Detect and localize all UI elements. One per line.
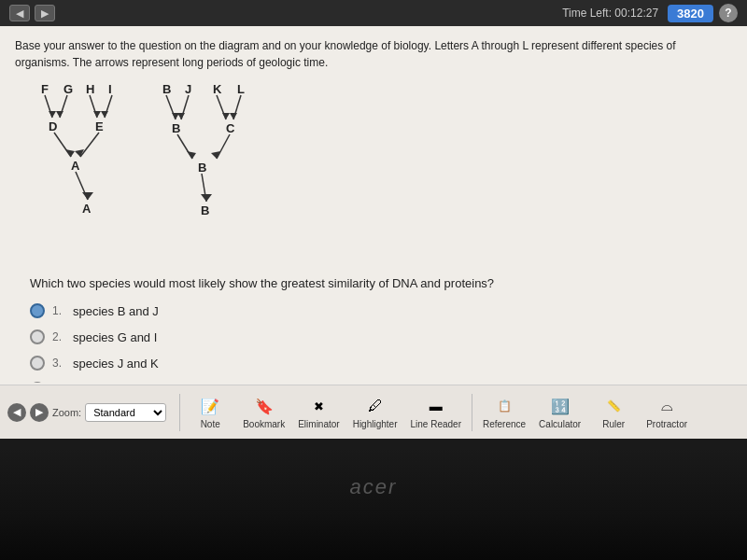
eliminator-icon: ✖: [305, 395, 331, 417]
reference-icon: 📋: [491, 395, 517, 417]
svg-marker-11: [56, 111, 63, 118]
zoom-label: Zoom:: [52, 407, 81, 418]
svg-marker-15: [101, 111, 108, 118]
choice-text-3: species J and K: [73, 357, 159, 371]
phylogenetic-tree: F G H I B J K L: [24, 80, 342, 267]
choice-4[interactable]: 4. species F and L: [30, 382, 717, 383]
svg-marker-42: [201, 194, 212, 202]
protractor-icon: ⌓: [654, 395, 680, 417]
ruler-label: Ruler: [602, 419, 625, 429]
bookmark-button[interactable]: 🔖 Bookmark: [238, 392, 289, 432]
bottom-toolbar: ◀ ▶ Zoom: Standard Large Extra Large 📝 N…: [0, 385, 747, 439]
protractor-label: Protractor: [646, 419, 687, 429]
svg-text:A: A: [82, 202, 92, 216]
toolbar-divider-1: [179, 394, 180, 431]
svg-text:H: H: [86, 82, 94, 96]
instructions-text: Base your answer to the question on the …: [15, 37, 732, 71]
forward-button[interactable]: ▶: [35, 5, 55, 21]
svg-text:B: B: [201, 203, 209, 217]
main-content: Base your answer to the question on the …: [0, 26, 747, 383]
svg-marker-25: [230, 113, 237, 119]
line-reader-icon: ▬: [423, 395, 449, 417]
svg-text:L: L: [237, 82, 245, 96]
highlighter-button[interactable]: 🖊 Highlighter: [348, 392, 402, 432]
choice-number-3: 3.: [52, 357, 67, 370]
choice-number-1: 1.: [52, 304, 67, 317]
svg-marker-39: [82, 192, 93, 200]
zoom-area: ◀ ▶ Zoom: Standard Large Extra Large: [7, 403, 166, 422]
ruler-icon: 📏: [600, 395, 627, 417]
reference-label: Reference: [483, 419, 526, 429]
line-reader-label: Line Reader: [410, 419, 460, 429]
line-reader-button[interactable]: ▬ Line Reader: [405, 392, 465, 432]
svg-text:G: G: [63, 82, 73, 96]
svg-text:C: C: [226, 121, 235, 135]
svg-text:K: K: [213, 82, 222, 96]
choice-text-4: species F and L: [73, 383, 159, 384]
note-label: Note: [201, 419, 220, 429]
calculator-icon: 🔢: [547, 395, 573, 417]
zoom-back-button[interactable]: ◀: [7, 403, 26, 422]
svg-marker-13: [93, 111, 101, 118]
toolbar-divider-2: [472, 394, 472, 431]
bookmark-icon: 🔖: [251, 395, 277, 417]
help-button[interactable]: ?: [719, 4, 738, 22]
reference-button[interactable]: 📋 Reference: [478, 392, 530, 432]
radio-3[interactable]: [30, 356, 45, 371]
calculator-button[interactable]: 🔢 Calculator: [534, 392, 585, 432]
time-display: Time Left: 00:12:27: [562, 7, 658, 20]
choice-3[interactable]: 3. species J and K: [30, 356, 717, 371]
svg-marker-9: [49, 111, 56, 118]
choice-1[interactable]: 1. species B and J: [30, 303, 717, 318]
eliminator-label: Eliminator: [298, 419, 339, 429]
radio-2[interactable]: [30, 329, 45, 344]
svg-text:F: F: [41, 82, 49, 96]
bookmark-label: Bookmark: [243, 419, 285, 429]
question-text: Which two species would most likely show…: [30, 276, 717, 290]
zoom-select[interactable]: Standard Large Extra Large: [85, 403, 166, 422]
svg-text:J: J: [185, 82, 191, 96]
svg-text:A: A: [71, 159, 80, 173]
svg-marker-23: [222, 113, 230, 119]
tree-svg: F G H I B J K L: [24, 80, 342, 262]
top-bar: ◀ ▶ Time Left: 00:12:27 3820 ?: [0, 0, 747, 26]
laptop-bezel: [0, 448, 747, 560]
choice-text-2: species G and I: [73, 330, 157, 344]
choices-container: 1. species B and J 2. species G and I 3.…: [30, 303, 717, 383]
ruler-button[interactable]: 📏 Ruler: [589, 392, 638, 432]
svg-marker-21: [177, 113, 185, 119]
choice-2[interactable]: 2. species G and I: [30, 329, 717, 344]
note-button[interactable]: 📝 Note: [186, 392, 234, 432]
choice-number-2: 2.: [52, 330, 67, 343]
svg-text:B: B: [162, 82, 171, 96]
choice-text-1: species B and J: [73, 304, 159, 318]
radio-4[interactable]: [30, 382, 45, 383]
svg-text:B: B: [172, 121, 180, 135]
eliminator-button[interactable]: ✖ Eliminator: [293, 392, 344, 432]
question-area: Base your answer to the question on the …: [0, 26, 747, 383]
svg-text:E: E: [95, 119, 104, 133]
radio-1[interactable]: [30, 303, 45, 318]
highlighter-label: Highlighter: [353, 419, 398, 429]
svg-line-30: [80, 133, 99, 157]
svg-text:B: B: [198, 161, 206, 175]
svg-text:I: I: [108, 82, 112, 96]
back-button[interactable]: ◀: [9, 5, 30, 21]
note-icon: 📝: [197, 395, 223, 417]
svg-text:D: D: [49, 119, 57, 133]
score-badge: 3820: [668, 5, 713, 22]
svg-line-35: [217, 134, 230, 159]
calculator-label: Calculator: [539, 419, 581, 429]
protractor-button[interactable]: ⌓ Protractor: [641, 392, 692, 432]
zoom-forward-button[interactable]: ▶: [30, 403, 49, 422]
highlighter-icon: 🖊: [362, 395, 388, 417]
